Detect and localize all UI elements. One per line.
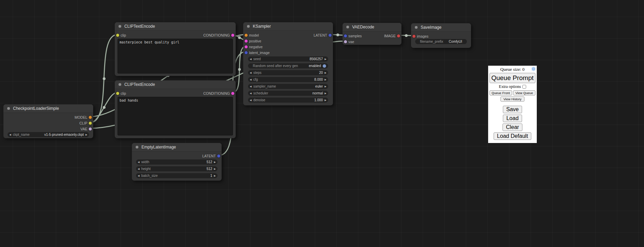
batch-size-widget[interactable]: ◀ batch_size 1 ▶ [136,173,218,178]
decrement-arrow-icon[interactable]: ◀ [250,85,251,88]
decrement-arrow-icon[interactable]: ◀ [250,92,251,94]
node-collapse-dot[interactable] [118,25,122,28]
height-widget[interactable]: ◀ height 512 ▶ [136,166,218,171]
node-clip-text-encode-positive[interactable]: CLIPTextEncode clip CONDITIONING masterp… [115,22,236,76]
negative-prompt-textarea[interactable]: bad hands [117,97,233,135]
load-default-button[interactable]: Load Default [494,132,532,140]
ckpt-name-widget[interactable]: ◀ ckpt_name v1-5-pruned-emaonly.ckpt ▶ [8,132,89,137]
increment-arrow-icon[interactable]: ▶ [214,174,216,177]
increment-arrow-icon[interactable]: ▶ [325,99,326,101]
seed-widget[interactable]: ◀ seed 8566257 ▶ [248,56,328,62]
output-port-model[interactable] [89,116,92,119]
decrement-arrow-icon[interactable]: ◀ [250,99,251,101]
extra-options-checkbox[interactable] [522,85,526,89]
node-title-bar[interactable]: SaveImage [411,23,471,32]
decrement-arrow-icon[interactable]: ◀ [138,168,139,170]
positive-prompt-textarea[interactable]: masterpiece best quality girl [117,39,233,74]
node-collapse-dot[interactable] [7,107,10,110]
decrement-arrow-icon[interactable]: ◀ [250,72,251,74]
decrement-arrow-icon[interactable]: ◀ [250,78,251,81]
node-title: CLIPTextEncode [124,82,155,87]
node-title-bar[interactable]: CLIPTextEncode [115,22,236,31]
comfy-menu-panel: Queue size: 0 Queue Prompt Extra options [488,66,537,143]
increment-arrow-icon[interactable]: ▶ [86,133,87,136]
decrement-arrow-icon[interactable]: ◀ [138,161,139,163]
input-port-vae[interactable] [344,40,347,43]
node-clip-text-encode-negative[interactable]: CLIPTextEncode clip CONDITIONING bad han… [115,80,236,138]
node-collapse-dot[interactable] [247,25,250,28]
extra-options-label: Extra options [499,84,521,89]
increment-arrow-icon[interactable]: ▶ [214,161,216,163]
link-midpoint-dot [336,34,339,36]
increment-arrow-icon[interactable]: ▶ [325,78,326,81]
node-collapse-dot[interactable] [414,26,418,29]
output-port-image[interactable] [397,34,400,37]
scheduler-widget[interactable]: ◀ scheduler normal ▶ [248,91,328,96]
output-label-latent: LATENT [202,154,216,158]
slot-row: vae [343,39,401,44]
output-port-conditioning[interactable] [231,34,234,37]
node-save-image[interactable]: SaveImage images filename_prefix ComfyUI [411,23,471,48]
input-label-positive: positive [249,39,261,43]
filename-prefix-widget[interactable]: filename_prefix ComfyUI [415,39,467,44]
increment-arrow-icon[interactable]: ▶ [325,58,326,60]
node-graph-canvas[interactable]: CheckpointLoaderSimple MODEL CLIP VAE ◀ … [0,0,644,247]
input-port-images[interactable] [412,35,416,38]
node-collapse-dot[interactable] [346,25,349,29]
output-port-latent[interactable] [217,154,220,157]
decrement-arrow-icon[interactable]: ◀ [9,133,11,136]
input-port-model[interactable] [245,34,248,37]
input-label-model: model [249,33,259,37]
output-port-clip[interactable] [89,121,92,125]
increment-arrow-icon[interactable]: ▶ [325,85,326,88]
node-vae-decode[interactable]: VAEDecode samples IMAGE vae [343,23,401,45]
link-midpoint-dot [238,36,241,39]
input-port-negative[interactable] [245,45,248,48]
input-port-samples[interactable] [344,34,347,37]
steps-widget[interactable]: ◀ steps 20 ▶ [248,70,328,75]
node-title-bar[interactable]: CheckpointLoaderSimple [3,104,93,113]
node-empty-latent-image[interactable]: EmptyLatentImage LATENT ◀ width 512 ▶ ◀ … [132,143,222,181]
width-widget[interactable]: ◀ width 512 ▶ [136,159,218,165]
widget-label: height [141,167,150,171]
input-port-clip[interactable] [116,92,119,95]
increment-arrow-icon[interactable]: ▶ [214,168,216,170]
queue-prompt-button[interactable]: Queue Prompt [490,73,535,83]
node-title-bar[interactable]: KSampler [243,22,333,31]
sampler-name-widget[interactable]: ◀ sampler_name euler ▶ [248,84,328,89]
save-button[interactable]: Save [503,106,522,113]
input-port-clip[interactable] [116,34,119,37]
slot-row: positive [243,38,333,44]
decrement-arrow-icon[interactable]: ◀ [250,58,251,60]
queue-front-button[interactable]: Queue Front [490,90,512,95]
input-port-latent-image[interactable] [245,51,248,54]
node-collapse-dot[interactable] [135,145,139,149]
increment-arrow-icon[interactable]: ▶ [325,72,326,74]
settings-gear-icon[interactable] [531,67,536,71]
widget-value: ComfyUI [443,40,462,43]
node-title-bar[interactable]: EmptyLatentImage [132,143,222,152]
output-port-latent[interactable] [329,34,332,37]
node-title-bar[interactable]: VAEDecode [343,23,401,31]
increment-arrow-icon[interactable]: ▶ [325,92,326,94]
wire-clip-to-negative-encode [90,92,117,122]
node-checkpoint-loader[interactable]: CheckpointLoaderSimple MODEL CLIP VAE ◀ … [3,104,93,138]
node-title: CheckpointLoaderSimple [13,106,59,111]
output-port-vae[interactable] [89,127,92,130]
widget-value: 8.000 [258,78,323,81]
cfg-widget[interactable]: ◀ cfg 8.000 ▶ [248,77,328,82]
toggle-indicator[interactable] [323,64,326,68]
clear-button[interactable]: Clear [503,124,522,131]
input-port-positive[interactable] [245,39,248,42]
node-ksampler[interactable]: KSampler model LATENT positive negative … [243,22,333,105]
random-seed-toggle-widget[interactable]: Random seed after every gen enabled [248,63,328,68]
widget-label: filename_prefix [420,40,443,43]
denoise-widget[interactable]: ◀ denoise 1.000 ▶ [248,98,328,103]
view-history-button[interactable]: View History [500,96,525,102]
view-queue-button[interactable]: View Queue [513,90,536,95]
output-port-conditioning[interactable] [231,92,234,95]
node-collapse-dot[interactable] [118,83,122,86]
decrement-arrow-icon[interactable]: ◀ [138,174,139,177]
load-button[interactable]: Load [503,115,522,122]
node-title-bar[interactable]: CLIPTextEncode [115,80,236,89]
